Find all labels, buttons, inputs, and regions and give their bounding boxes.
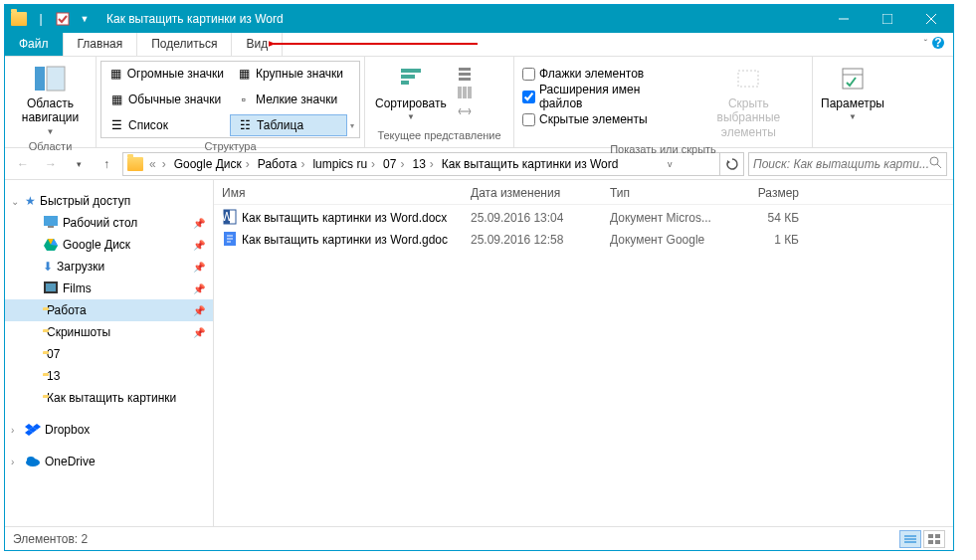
- quick-access-toolbar: | ▼: [9, 9, 95, 29]
- group-by-icon[interactable]: [457, 66, 473, 82]
- onedrive-node[interactable]: ›OneDrive: [5, 451, 213, 472]
- item-checkboxes-checkbox[interactable]: [522, 68, 535, 81]
- svg-rect-50: [935, 534, 940, 538]
- layout-extra-large-icons[interactable]: ▦Огромные значки: [102, 63, 230, 85]
- item-checkboxes-toggle[interactable]: Флажки элементов: [518, 63, 689, 85]
- expand-icon[interactable]: ›: [11, 457, 14, 467]
- add-columns-icon[interactable]: [457, 85, 473, 100]
- word-doc-icon: W: [222, 209, 238, 228]
- sidebar-item-13[interactable]: 13: [5, 365, 213, 387]
- close-button[interactable]: [909, 5, 953, 33]
- svg-rect-10: [47, 67, 65, 91]
- forward-button[interactable]: →: [39, 152, 63, 176]
- layout-medium-icons[interactable]: ▦Обычные значки: [102, 89, 230, 110]
- layout-small-icons[interactable]: ▫Мелкие значки: [230, 89, 357, 110]
- svg-rect-21: [843, 69, 863, 89]
- sidebar-item-desktop[interactable]: Рабочий стол📌: [5, 212, 213, 234]
- breadcrumb-item[interactable]: Как вытащить картинки из Word: [440, 157, 621, 171]
- sidebar-item-screenshots[interactable]: Скриншоты📌: [5, 321, 213, 343]
- search-input[interactable]: [753, 157, 928, 171]
- group-show-hide-label: Показать или скрыть: [518, 141, 808, 157]
- gdrive-icon: [43, 237, 59, 254]
- sidebar-item-google-drive[interactable]: Google Диск📌: [5, 234, 213, 256]
- column-headers: Имя Дата изменения Тип Размер: [214, 180, 953, 205]
- file-extensions-toggle[interactable]: Расширения имен файлов: [518, 86, 689, 107]
- breadcrumb-item[interactable]: lumpics ru›: [310, 157, 379, 171]
- tab-home[interactable]: Главная: [64, 33, 138, 56]
- back-button[interactable]: ←: [11, 152, 35, 176]
- navigation-pane-button[interactable]: Область навигации ▼: [9, 61, 92, 138]
- column-size[interactable]: Размер: [729, 186, 799, 200]
- breadcrumb-item[interactable]: 13›: [410, 157, 437, 171]
- size-columns-icon[interactable]: [457, 103, 473, 119]
- breadcrumb-item[interactable]: 07›: [381, 157, 408, 171]
- minimize-button[interactable]: [822, 5, 866, 33]
- options-button[interactable]: Параметры ▼: [817, 61, 888, 123]
- file-list-pane: Имя Дата изменения Тип Размер WКак вытащ…: [214, 180, 953, 526]
- collapse-ribbon-icon[interactable]: ˇ: [924, 39, 927, 50]
- expand-icon[interactable]: ›: [11, 425, 14, 436]
- svg-text:W: W: [222, 210, 233, 224]
- hidden-items-checkbox[interactable]: [522, 113, 535, 126]
- sidebar-item-downloads[interactable]: ⬇Загрузки📌: [5, 256, 213, 278]
- layout-list[interactable]: ☰Список: [102, 114, 230, 136]
- svg-rect-17: [458, 87, 462, 98]
- column-date[interactable]: Дата изменения: [471, 186, 610, 200]
- file-row[interactable]: Как вытащить картинки из Word.gdoc 25.09…: [222, 229, 945, 251]
- qat-dropdown-icon[interactable]: ▼: [75, 9, 95, 29]
- column-type[interactable]: Тип: [610, 186, 729, 200]
- pin-icon: 📌: [193, 262, 205, 273]
- maximize-button[interactable]: [866, 5, 909, 33]
- layout-sm-icon: ▫: [236, 92, 252, 107]
- dropdown-icon: ▼: [47, 127, 55, 136]
- group-layout-label: Структура: [100, 138, 360, 154]
- breadcrumb-item[interactable]: Google Диск›: [172, 157, 254, 171]
- layout-list-icon: ☰: [108, 117, 124, 133]
- file-extensions-checkbox[interactable]: [522, 91, 535, 103]
- layout-large-icons[interactable]: ▦Крупные значки: [230, 63, 357, 85]
- hide-selected-button: Скрыть выбранные элементы: [689, 61, 808, 141]
- sidebar-item-work[interactable]: Работа📌: [5, 299, 213, 321]
- svg-point-24: [930, 157, 938, 165]
- annotation-arrow: [269, 36, 488, 52]
- dropbox-icon: [25, 422, 41, 439]
- status-text: Элементов: 2: [13, 532, 88, 546]
- options-icon: [837, 63, 869, 94]
- file-row[interactable]: WКак вытащить картинки из Word.docx 25.0…: [222, 207, 945, 229]
- hidden-items-toggle[interactable]: Скрытые элементы: [518, 108, 689, 130]
- sidebar-item-07[interactable]: 07: [5, 343, 213, 365]
- help-icon[interactable]: ?: [931, 36, 945, 53]
- breadcrumb-item[interactable]: Работа›: [256, 157, 309, 171]
- dropbox-node[interactable]: ›Dropbox: [5, 419, 213, 441]
- dropdown-icon: ▼: [407, 112, 415, 121]
- column-name[interactable]: Имя: [222, 186, 471, 200]
- group-panes-label: Области: [9, 138, 92, 154]
- sidebar-item-extract-images[interactable]: Как вытащить картинки: [5, 387, 213, 409]
- svg-marker-23: [727, 160, 730, 164]
- thumbnails-view-button[interactable]: [923, 530, 945, 548]
- breadcrumb-root[interactable]: «›: [145, 157, 170, 171]
- sort-button[interactable]: Сортировать ▼: [369, 61, 453, 123]
- layout-more-icon[interactable]: ▾: [347, 114, 357, 136]
- titlebar: | ▼ Как вытащить картинки из Word: [5, 5, 953, 33]
- layout-xl-icon: ▦: [108, 66, 123, 82]
- details-view-button[interactable]: [899, 530, 921, 548]
- ribbon-tabs: Файл Главная Поделиться Вид ˇ ?: [5, 33, 953, 57]
- tab-file[interactable]: Файл: [5, 33, 64, 56]
- svg-rect-27: [48, 226, 54, 228]
- properties-icon[interactable]: [53, 9, 73, 29]
- dropdown-icon: ▼: [849, 112, 857, 121]
- svg-line-25: [937, 164, 941, 168]
- up-button[interactable]: ↑: [95, 152, 118, 176]
- group-current-view-label: Текущее представление: [369, 127, 509, 143]
- svg-rect-2: [882, 14, 892, 24]
- svg-rect-51: [928, 540, 933, 544]
- recent-locations-button[interactable]: ▾: [67, 152, 91, 176]
- sidebar-item-films[interactable]: Films📌: [5, 278, 213, 299]
- svg-rect-9: [35, 67, 45, 91]
- search-icon[interactable]: [928, 155, 942, 172]
- tab-share[interactable]: Поделиться: [137, 33, 232, 56]
- collapse-icon[interactable]: ⌄: [11, 196, 19, 207]
- quick-access-node[interactable]: ⌄★Быстрый доступ: [5, 190, 213, 212]
- layout-details[interactable]: ☷Таблица: [230, 114, 347, 136]
